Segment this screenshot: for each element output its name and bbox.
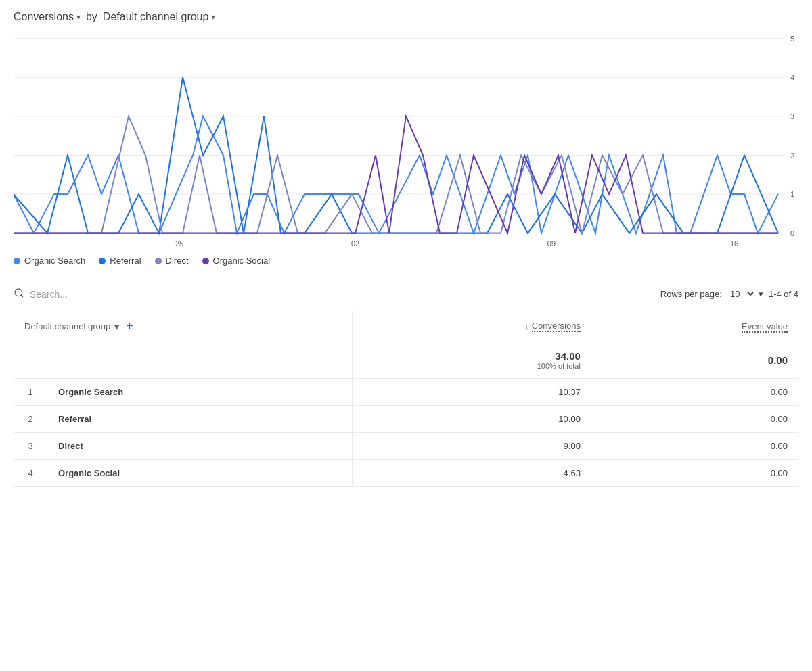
row-channel-2[interactable]: Referral: [47, 406, 353, 433]
legend-dot-organic-search: [14, 258, 20, 264]
col-header-event-value[interactable]: Event value: [591, 311, 798, 342]
totals-event-value-cell: 0.00: [591, 342, 798, 379]
row-event-value-4: 0.00: [591, 460, 798, 487]
row-conversions-2: 10.00: [353, 406, 591, 433]
svg-point-18: [15, 289, 22, 296]
search-box[interactable]: [14, 287, 165, 300]
legend-item-organic-search[interactable]: Organic Search: [14, 256, 85, 266]
legend-item-organic-social[interactable]: Organic Social: [202, 256, 271, 266]
row-channel-3[interactable]: Direct: [47, 433, 353, 460]
svg-text:3: 3: [790, 112, 794, 120]
table-row: 2 Referral 10.00 0.00: [14, 406, 798, 433]
svg-text:4: 4: [790, 73, 794, 81]
row-event-value-1: 0.00: [591, 379, 798, 406]
chart-header: Conversions ▾ by Default channel group ▾: [14, 11, 798, 23]
table-row: 1 Organic Search 10.37 0.00: [14, 379, 798, 406]
metric-selector[interactable]: Conversions ▾: [14, 11, 81, 23]
svg-text:1: 1: [790, 190, 794, 198]
row-channel-4[interactable]: Organic Social: [47, 460, 353, 487]
svg-text:02: 02: [351, 239, 359, 248]
pagination-text: 1-4 of 4: [769, 289, 798, 299]
rows-per-page-label: Rows per page:: [660, 289, 722, 299]
row-rank-4: 4: [14, 460, 47, 487]
search-icon: [14, 287, 24, 300]
totals-row: 34.00 100% of total 0.00: [14, 342, 798, 379]
row-rank-3: 3: [14, 433, 47, 460]
add-column-button[interactable]: +: [123, 319, 136, 333]
conversions-col-label: Conversions: [532, 321, 581, 332]
row-conversions-1: 10.37: [353, 379, 591, 406]
rows-select-chevron: ▾: [759, 289, 763, 299]
svg-line-19: [21, 295, 23, 297]
totals-conversions-pct: 100% of total: [363, 362, 581, 370]
metric-chevron: ▾: [76, 12, 81, 22]
event-value-col-label: Event value: [742, 321, 788, 333]
svg-text:5: 5: [790, 34, 794, 43]
pagination-controls: Rows per page: 10 25 50 100 ▾ 1-4 of 4: [660, 288, 798, 300]
metric-label: Conversions: [14, 11, 74, 23]
sort-down-icon: ↓: [524, 321, 529, 331]
legend-label-organic-social: Organic Social: [213, 256, 271, 266]
dimension-filter-icon[interactable]: ▾: [114, 321, 119, 332]
legend-item-referral[interactable]: Referral: [99, 256, 141, 266]
legend-dot-referral: [99, 258, 106, 264]
legend-dot-direct: [155, 258, 162, 264]
totals-dimension-cell: [14, 342, 353, 379]
svg-text:16: 16: [730, 239, 738, 248]
row-event-value-2: 0.00: [591, 406, 798, 433]
chart-svg: 0 1 2 3 4 5 25 Jun 02 Jul 09 16: [14, 31, 798, 248]
legend-label-direct: Direct: [166, 256, 189, 266]
dimension-selector[interactable]: Default channel group ▾: [103, 11, 216, 23]
dimension-col-label: Default channel group: [24, 321, 110, 331]
row-conversions-3: 9.00: [353, 433, 591, 460]
row-event-value-3: 0.00: [591, 433, 798, 460]
chart-legend: Organic Search Referral Direct Organic S…: [14, 256, 798, 266]
svg-text:2: 2: [790, 151, 794, 159]
svg-text:25: 25: [175, 239, 183, 248]
totals-conversions-value: 34.00: [555, 350, 581, 362]
totals-conversions-cell: 34.00 100% of total: [353, 342, 591, 379]
totals-event-value: 0.00: [768, 354, 788, 366]
table-row: 3 Direct 9.00 0.00: [14, 433, 798, 460]
dimension-chevron: ▾: [211, 12, 215, 22]
col-header-conversions[interactable]: ↓ Conversions: [353, 311, 591, 342]
svg-text:0: 0: [790, 229, 794, 237]
rows-per-page-select-wrapper[interactable]: 10 25 50 100 ▾: [727, 288, 763, 300]
legend-dot-organic-social: [202, 258, 209, 264]
legend-item-direct[interactable]: Direct: [155, 256, 189, 266]
col-header-dimension: Default channel group ▾ +: [14, 311, 353, 342]
row-channel-1[interactable]: Organic Search: [47, 379, 353, 406]
data-table: Default channel group ▾ + ↓ Conversions …: [14, 311, 798, 487]
legend-label-organic-search: Organic Search: [24, 256, 85, 266]
line-chart: 0 1 2 3 4 5 25 Jun 02 Jul 09 16: [14, 31, 798, 248]
rows-per-page-select[interactable]: 10 25 50 100: [727, 288, 756, 300]
row-rank-2: 2: [14, 406, 47, 433]
table-row: 4 Organic Social 4.63 0.00: [14, 460, 798, 487]
legend-label-referral: Referral: [110, 256, 141, 266]
by-text: by: [86, 11, 97, 23]
search-input[interactable]: [30, 289, 165, 300]
row-rank-1: 1: [14, 379, 47, 406]
dimension-label: Default channel group: [103, 11, 209, 23]
row-conversions-4: 4.63: [353, 460, 591, 487]
svg-text:09: 09: [547, 239, 556, 248]
table-controls: Rows per page: 10 25 50 100 ▾ 1-4 of 4: [14, 282, 798, 306]
